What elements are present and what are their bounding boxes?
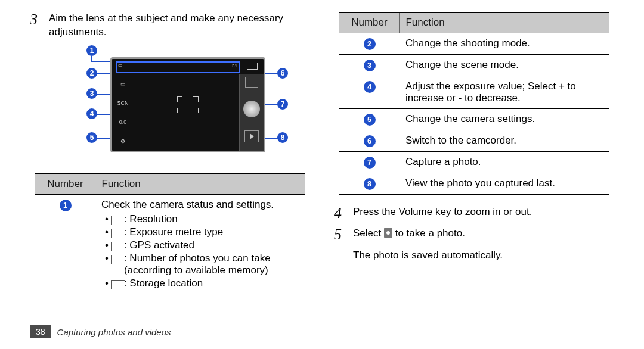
circ-3: 3 <box>364 60 376 71</box>
list-item: : Storage location <box>101 278 299 289</box>
camera-screen: ▭ 31 ▭ SCN 0.0 ⚙ <box>110 57 265 152</box>
step-number: 4 <box>334 205 346 221</box>
header-number: Number <box>339 13 400 33</box>
func-text: Change the shooting mode. <box>400 33 609 55</box>
playback-icon <box>244 130 259 142</box>
step-4: 4 Press the Volume key to zoom in or out… <box>334 205 614 221</box>
gps-icon <box>111 242 125 251</box>
mode-icon: ▭ <box>120 77 126 91</box>
list-item: : Number of photos you can take (accordi… <box>101 253 299 276</box>
func-text: Change the camera settings. <box>400 109 609 130</box>
list-item: : Resolution <box>101 213 299 225</box>
table-row: 1 Check the camera status and settings. … <box>35 194 304 295</box>
table-row: 5Change the camera settings. <box>339 109 608 130</box>
focus-brackets <box>177 96 199 113</box>
circ-8: 8 <box>364 178 376 190</box>
camcorder-icon <box>245 77 258 88</box>
resolution-icon <box>111 216 125 225</box>
shutter-icon <box>384 228 392 238</box>
func-text: Switch to the camcorder. <box>400 130 609 152</box>
item-text: : GPS activated <box>124 239 194 251</box>
callout-line <box>264 104 278 105</box>
callout-line <box>91 56 92 61</box>
table-row: 3Change the scene mode. <box>339 55 608 76</box>
section-title: Capturing photos and videos <box>57 327 171 337</box>
row-lead: Check the camera status and settings. <box>101 199 274 210</box>
table-row: 8View the photo you captured last. <box>339 173 608 195</box>
table-row: 2Change the shooting mode. <box>339 33 608 55</box>
page-body: 3 Aim the lens at the subject and make a… <box>0 0 644 295</box>
page-footer: 38 Capturing photos and videos <box>30 325 171 338</box>
circ-6: 6 <box>364 135 376 147</box>
battery-icon <box>247 63 258 70</box>
function-table-right: Number Function 2Change the shooting mod… <box>339 12 608 195</box>
step-number: 3 <box>30 12 42 27</box>
callout-2: 2 <box>86 68 97 79</box>
func-text: View the photo you captured last. <box>400 173 609 195</box>
right-panel <box>239 74 264 151</box>
func-text: Adjust the exposure value; Select + to i… <box>400 76 609 109</box>
circ-7: 7 <box>364 157 376 169</box>
item-text: : Storage location <box>124 278 203 289</box>
circ-2: 2 <box>364 38 376 50</box>
shutter-icon <box>243 101 260 117</box>
left-panel: ▭ SCN 0.0 ⚙ <box>112 74 134 151</box>
table-row: 6Switch to the camcorder. <box>339 130 608 152</box>
exposure-label: 0.0 <box>119 115 127 129</box>
table-row: 4Adjust the exposure value; Select + to … <box>339 76 608 109</box>
step-number: 5 <box>334 227 346 242</box>
list-item: : Exposure metre type <box>101 226 299 238</box>
step-text: Select to take a photo. <box>353 227 465 241</box>
item-text: : Exposure metre type <box>124 226 223 238</box>
callout-5: 5 <box>86 132 97 143</box>
header-number: Number <box>35 173 95 194</box>
function-table-left: Number Function 1 Check the camera statu… <box>35 173 304 295</box>
table-header-row: Number Function <box>339 13 608 33</box>
callout-3: 3 <box>86 88 97 99</box>
func-text: Capture a photo. <box>400 152 609 173</box>
settings-gear-icon: ⚙ <box>120 134 125 148</box>
page-number: 38 <box>30 325 51 338</box>
callout-line <box>91 61 113 62</box>
step-text: Aim the lens at the subject and make any… <box>49 12 310 39</box>
callout-4: 4 <box>86 108 97 119</box>
step-text-a: Select <box>353 228 381 239</box>
storage-icon <box>111 280 125 289</box>
callout-8: 8 <box>277 132 288 143</box>
step-text: Press the Volume key to zoom in or out. <box>353 205 532 219</box>
callout-line <box>264 138 278 139</box>
table-row: 7Capture a photo. <box>339 152 608 173</box>
callout-6: 6 <box>277 68 288 79</box>
table-header-row: Number Function <box>35 173 304 194</box>
callout-7: 7 <box>277 99 288 110</box>
scene-label: SCN <box>117 96 128 110</box>
shot-counter: 31 <box>232 63 237 68</box>
callout-line <box>264 73 278 74</box>
row-number-cell: 1 <box>35 194 95 295</box>
right-column: Number Function 2Change the shooting mod… <box>334 12 614 295</box>
row-function-cell: Check the camera status and settings. : … <box>95 194 305 295</box>
count-icon <box>111 255 125 264</box>
header-function: Function <box>400 13 609 33</box>
camera-diagram: 1 2 3 4 5 6 7 8 ▭ 31 <box>51 45 289 164</box>
resolution-icon: ▭ <box>118 63 123 68</box>
step-5-sub: The photo is saved automatically. <box>353 248 614 263</box>
step-text-b: to take a photo. <box>395 228 465 239</box>
circ-4: 4 <box>364 81 376 93</box>
item-text: : Resolution <box>124 213 178 225</box>
header-function: Function <box>95 173 305 194</box>
func-text: Change the scene mode. <box>400 55 609 76</box>
list-item: : GPS activated <box>101 239 299 251</box>
step-3: 3 Aim the lens at the subject and make a… <box>30 12 310 39</box>
item-text: : Number of photos you can take (accordi… <box>124 253 271 276</box>
circ-5: 5 <box>364 114 376 126</box>
status-bar-highlight: ▭ 31 <box>116 61 240 73</box>
exposure-metre-icon <box>111 229 125 238</box>
bullet-list: : Resolution : Exposure metre type : GPS… <box>101 213 299 289</box>
circ-1: 1 <box>60 200 72 211</box>
step-5: 5 Select to take a photo. <box>334 227 614 242</box>
left-column: 3 Aim the lens at the subject and make a… <box>30 12 310 295</box>
callout-1: 1 <box>86 45 97 56</box>
